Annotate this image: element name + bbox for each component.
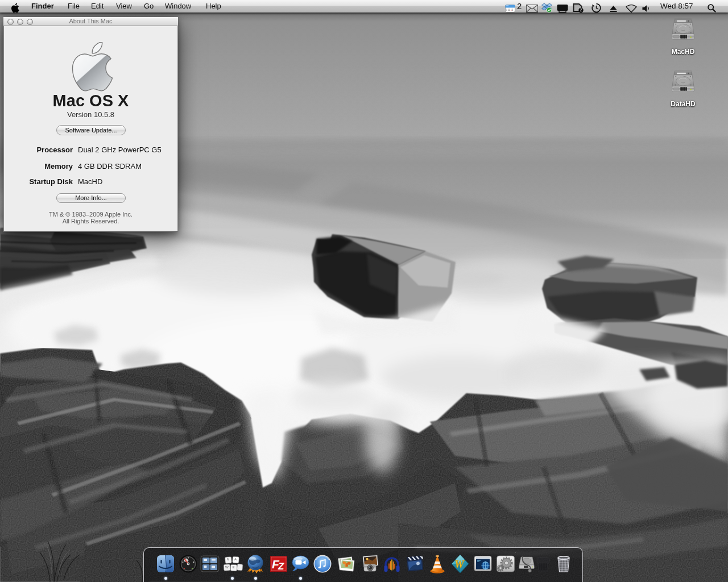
svg-text:E: E — [233, 566, 235, 569]
svg-text:Z: Z — [278, 561, 284, 572]
svg-text:A: A — [234, 558, 237, 561]
svg-text:W: W — [454, 558, 465, 570]
svg-text:W: W — [225, 566, 229, 569]
svg-text:2: 2 — [580, 8, 582, 12]
svg-text:N: N — [227, 558, 229, 561]
